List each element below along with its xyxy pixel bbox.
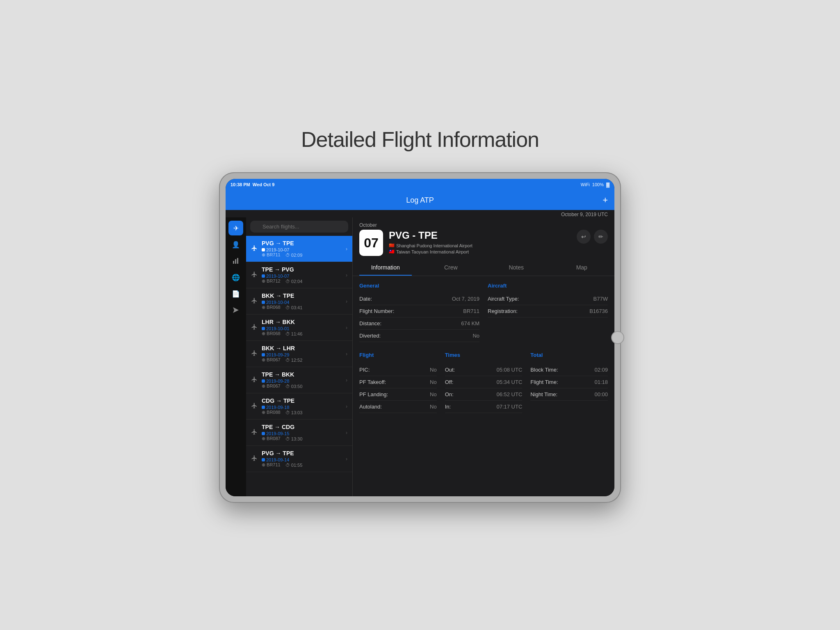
svg-rect-1	[235, 259, 236, 264]
flight-date: 2019-09-14	[262, 457, 289, 462]
info-row-block-time: Block Time: 02:09	[530, 364, 608, 376]
flight-item[interactable]: LHR → BKK 2019-10-01 ⊕ BR068	[246, 315, 352, 341]
pic-label: PIC:	[359, 367, 370, 373]
ipad-frame: 10:38 PM Wed Oct 9 WiFi 100% ▓ Log ATP +…	[219, 172, 621, 503]
flight-list: 🔍 PVG →	[246, 217, 352, 496]
undo-button[interactable]: ↩	[577, 230, 591, 244]
flight-number: ⊕ BR067	[262, 357, 281, 363]
tab-information[interactable]: Information	[353, 259, 418, 276]
nav-add-button[interactable]: +	[603, 195, 608, 205]
info-row-flight-time: Flight Time: 01:18	[530, 376, 608, 388]
flight-route: TPE → PVG	[262, 266, 342, 273]
search-bar: 🔍	[246, 217, 352, 236]
date-utc: October 9, 2019 UTC	[226, 210, 614, 217]
flight-takeoff-icon	[251, 376, 258, 384]
flight-item[interactable]: BKK → LHR 2019-09-29 ⊕ BR067	[246, 341, 352, 367]
tab-crew[interactable]: Crew	[418, 259, 484, 276]
flight-item[interactable]: TPE → BKK 2019-09-28 ⊕ BR067	[246, 367, 352, 393]
tabs-row: Information Crew Notes Map	[353, 259, 614, 276]
dest-flag: 🇹🇼	[389, 249, 395, 254]
detail-month: October	[359, 222, 608, 228]
edit-button[interactable]: ✏	[594, 230, 608, 244]
svg-marker-3	[233, 307, 239, 313]
diverted-label: Diverted:	[359, 333, 381, 339]
chevron-icon: ›	[346, 325, 347, 331]
flight-route: BKK → LHR	[262, 345, 342, 352]
info-row-pf-takeoff: PF Takeoff: No	[359, 376, 437, 388]
flight-info: CDG → TPE 2019-09-18 ⊕ BR088	[262, 397, 342, 415]
flight-number: ⊕ BR068	[262, 305, 281, 310]
sidebar-icon-pilots[interactable]: 👤	[228, 237, 243, 252]
flight-takeoff-icon	[251, 271, 258, 279]
flight-item[interactable]: CDG → TPE 2019-09-18 ⊕ BR088	[246, 393, 352, 420]
flight-info: TPE → CDG 2019-09-15 ⊕ BR087	[262, 424, 342, 441]
flight-item[interactable]: TPE → CDG 2019-09-15 ⊕ BR087	[246, 420, 352, 446]
flight-duration: ⏱ 13:03	[285, 410, 303, 415]
battery-indicator: 100%	[592, 182, 604, 187]
flight-date-row: 2019-10-04	[262, 300, 342, 305]
detail-content: General Date: Oct 7, 2019 Flight Number:…	[353, 276, 614, 496]
flight-number: ⊕ BR087	[262, 436, 281, 441]
flight-date: 2019-10-07	[262, 247, 289, 252]
chevron-icon: ›	[346, 299, 347, 304]
pf-landing-label: PF Landing:	[359, 391, 388, 397]
sidebar-icon-docs[interactable]: 📄	[228, 286, 243, 301]
sidebar-content: ✈ 👤 🌐 📄	[226, 217, 352, 496]
flight-number: ⊕ BR711	[262, 252, 281, 258]
sidebar-icon-globe[interactable]: 🌐	[228, 270, 243, 285]
on-label: On:	[445, 391, 454, 397]
flight-duration: ⏱ 03:50	[285, 384, 303, 389]
flight-item[interactable]: TPE → PVG 2019-10-07 ⊕ BR712	[246, 262, 352, 288]
home-button[interactable]	[611, 331, 624, 344]
times-section: Times Out: 05:08 UTC Off: 05:34 UTC	[445, 352, 523, 413]
chevron-icon: ›	[346, 246, 347, 252]
reg-label: Registration:	[488, 308, 518, 314]
sidebar-icon-flights[interactable]: ✈	[228, 221, 243, 235]
date-box-number: 07	[364, 236, 379, 249]
origin-name: Shanghai Pudong International Airport	[396, 243, 472, 248]
flight-date-row: 2019-10-07	[262, 247, 342, 252]
detail-panel: October 07 PVG - TPE 🇨🇳	[353, 217, 614, 496]
flight-meta: ⊕ BR711 ⏱ 01:55	[262, 462, 342, 468]
flight-route: PVG → TPE	[262, 450, 342, 457]
tab-map[interactable]: Map	[549, 259, 615, 276]
page-title: Detailed Flight Information	[301, 127, 539, 152]
flight-date: 2019-10-07	[262, 274, 289, 278]
info-row-date: Date: Oct 7, 2019	[359, 293, 479, 305]
flight-takeoff-icon	[251, 297, 258, 305]
search-wrapper: 🔍	[250, 221, 348, 233]
svg-rect-2	[237, 258, 238, 264]
date-value: Oct 7, 2019	[452, 296, 479, 302]
flight-meta: ⊕ BR068 ⏱ 11:46	[262, 331, 342, 336]
info-grid: General Date: Oct 7, 2019 Flight Number:…	[359, 283, 608, 349]
origin-airport: 🇨🇳 Shanghai Pudong International Airport	[389, 243, 472, 248]
flight-section-title: Flight	[359, 352, 437, 360]
tab-notes[interactable]: Notes	[484, 259, 549, 276]
flight-takeoff-icon	[251, 455, 258, 463]
app-body: ✈ 👤 🌐 📄	[226, 217, 614, 496]
sidebar-icon-send[interactable]	[228, 303, 243, 317]
flight-route: LHR → BKK	[262, 319, 342, 325]
flight-info: TPE → BKK 2019-09-28 ⊕ BR067	[262, 371, 342, 389]
flight-num-label: Flight Number:	[359, 308, 394, 314]
flight-duration: ⏱ 01:55	[285, 463, 303, 468]
reg-value: B16736	[589, 308, 608, 314]
flight-time-label: Flight Time:	[530, 379, 558, 385]
flight-item[interactable]: PVG → TPE 2019-09-14 ⊕ BR711	[246, 446, 352, 472]
detail-top-row: 07 PVG - TPE 🇨🇳 Shanghai Pudong Internat…	[359, 230, 472, 256]
in-value: 07:17 UTC	[496, 404, 522, 410]
chevron-icon: ›	[346, 272, 347, 278]
chevron-icon: ›	[346, 404, 347, 409]
flight-item[interactable]: BKK → TPE 2019-10-04 ⊕ BR068	[246, 288, 352, 315]
flight-meta: ⊕ BR711 ⏱ 02:09	[262, 252, 342, 258]
flight-date: 2019-10-01	[262, 326, 289, 331]
flight-item[interactable]: PVG → TPE 2019-10-07	[246, 236, 352, 262]
flight-info: LHR → BKK 2019-10-01 ⊕ BR068	[262, 319, 342, 336]
flight-title-area: PVG - TPE 🇨🇳 Shanghai Pudong Internation…	[389, 230, 472, 255]
sidebar-icon-stats[interactable]	[228, 253, 243, 268]
block-time-label: Block Time:	[530, 367, 558, 373]
distance-label: Distance:	[359, 320, 381, 326]
nav-bar: Log ATP +	[226, 190, 614, 210]
search-input[interactable]	[250, 221, 348, 233]
flight-route: TPE → BKK	[262, 371, 342, 378]
